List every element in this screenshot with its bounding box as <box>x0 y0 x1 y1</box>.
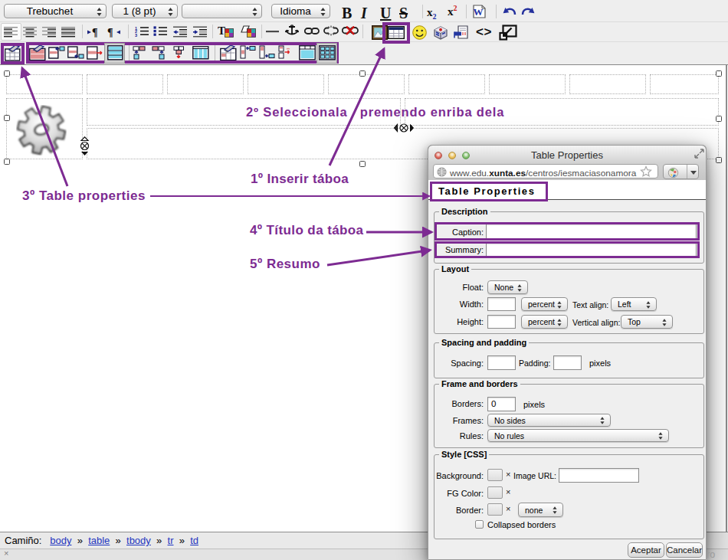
svg-text:3: 3 <box>135 33 137 38</box>
svg-text:W: W <box>474 6 484 18</box>
svg-text:T: T <box>218 25 225 37</box>
svg-text:¶: ¶ <box>92 27 98 38</box>
svg-text:¶: ¶ <box>107 27 113 38</box>
